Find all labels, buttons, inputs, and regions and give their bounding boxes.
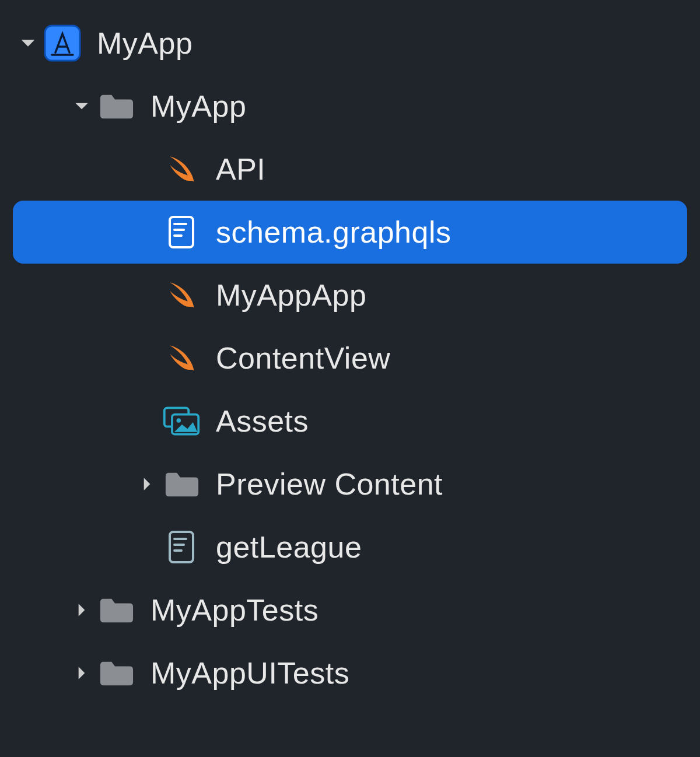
chevron-right-icon[interactable] xyxy=(68,664,96,682)
svg-rect-10 xyxy=(170,532,193,562)
swift-file-icon xyxy=(161,275,202,316)
tree-row-file-contentview[interactable]: ContentView xyxy=(0,327,700,390)
tree-row-folder-myapp[interactable]: MyApp xyxy=(0,75,700,138)
tree-row-file-api[interactable]: API xyxy=(0,138,700,201)
tree-item-label: MyApp xyxy=(150,89,246,124)
tree-item-label: schema.graphqls xyxy=(216,215,452,250)
tree-row-folder-preview-content[interactable]: Preview Content xyxy=(0,453,700,516)
file-tree: MyApp MyApp API xyxy=(0,0,700,705)
tree-item-label: MyApp xyxy=(97,26,192,61)
chevron-right-icon[interactable] xyxy=(133,475,161,493)
tree-item-label: MyAppApp xyxy=(216,278,366,313)
tree-item-label: getLeague xyxy=(216,530,362,565)
chevron-down-icon[interactable] xyxy=(68,97,96,115)
tree-row-assets[interactable]: Assets xyxy=(0,390,700,453)
folder-icon xyxy=(96,86,136,127)
tree-row-project-root[interactable]: MyApp xyxy=(0,12,700,75)
swift-file-icon xyxy=(161,149,202,190)
document-icon xyxy=(161,527,202,567)
tree-item-label: ContentView xyxy=(216,341,390,376)
tree-row-folder-myapptests[interactable]: MyAppTests xyxy=(0,579,700,642)
tree-item-label: Preview Content xyxy=(216,467,443,502)
document-icon xyxy=(161,212,202,253)
tree-row-file-getleague[interactable]: getLeague xyxy=(0,516,700,579)
svg-point-9 xyxy=(177,418,181,423)
tree-item-label: Assets xyxy=(216,404,309,439)
folder-icon xyxy=(96,653,136,693)
folder-icon xyxy=(96,590,136,630)
tree-item-label: API xyxy=(216,152,265,187)
tree-row-file-myappapp[interactable]: MyAppApp xyxy=(0,264,700,327)
chevron-down-icon[interactable] xyxy=(14,33,42,53)
folder-icon xyxy=(161,464,202,504)
xcode-project-icon xyxy=(42,23,83,64)
tree-row-file-schema-graphqls[interactable]: schema.graphqls xyxy=(13,201,687,264)
svg-rect-3 xyxy=(170,217,193,247)
swift-file-icon xyxy=(161,338,202,378)
tree-row-folder-myappuitests[interactable]: MyAppUITests xyxy=(0,642,700,705)
chevron-right-icon[interactable] xyxy=(68,601,96,619)
tree-item-label: MyAppUITests xyxy=(150,656,349,691)
tree-item-label: MyAppTests xyxy=(150,593,318,628)
assets-catalog-icon xyxy=(161,401,202,441)
